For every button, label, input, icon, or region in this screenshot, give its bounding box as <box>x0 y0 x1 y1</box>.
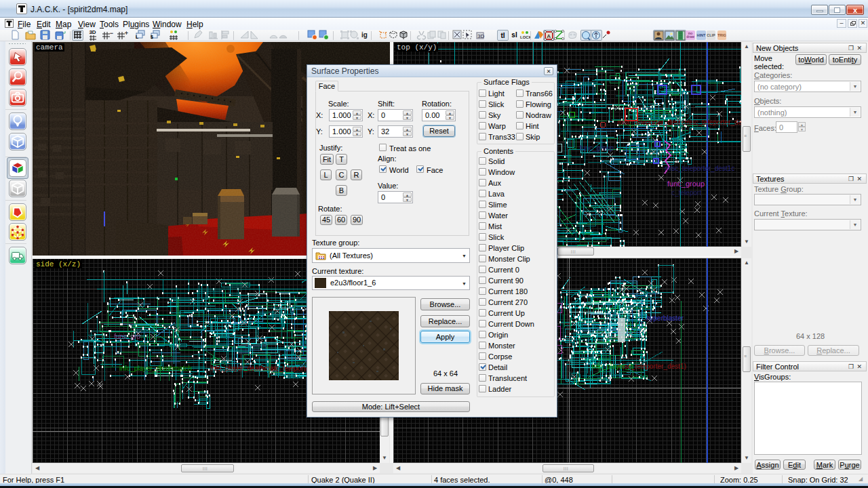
svg-text:draw: draw <box>686 35 694 39</box>
svg-text:func_gro: func_gro <box>114 333 140 340</box>
svg-text:HINT: HINT <box>697 33 706 37</box>
svg-text:A: A <box>547 33 551 39</box>
svg-text:LOCK: LOCK <box>520 35 530 39</box>
svg-text:func_group: func_group <box>667 180 705 188</box>
svg-text:CLIP: CLIP <box>707 33 715 37</box>
svg-text:3D: 3D <box>477 33 484 39</box>
svg-text:misc_teleporter_dest (misc_tel: misc_teleporter_dest (misc_teleporter_de… <box>617 119 741 126</box>
svg-text:hyperblaster: hyperblaster <box>646 314 684 322</box>
svg-text:TRIG: TRIG <box>717 33 726 37</box>
svg-text:func_group: func_group <box>580 144 614 152</box>
svg-text:c_teleport: c_teleport <box>671 189 701 197</box>
svg-text:misc_teleporter_dest1c: misc_teleporter_dest1c <box>665 165 734 172</box>
svg-text:info_player_d: info_player_d <box>592 363 633 370</box>
svg-text:info_player_deathmatch: info_player_deathmatch <box>119 365 192 372</box>
svg-text:info_player_deathmatc_teleport: info_player_deathmatc_teleporter <box>210 365 312 372</box>
